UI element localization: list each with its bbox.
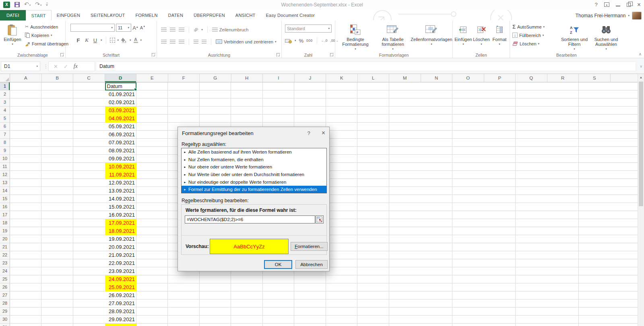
rule-type-item[interactable]: ► Nur Werte über oder unter dem Durchsch… — [182, 171, 326, 178]
cell[interactable]: 12.09.2021 — [105, 179, 137, 187]
save-icon[interactable] — [14, 2, 20, 7]
row-header[interactable]: 28 — [0, 299, 10, 308]
cell[interactable]: 16.09.2021 — [105, 211, 137, 219]
row-header[interactable]: 21 — [0, 243, 10, 251]
cut-button[interactable]: ✂ Ausschneiden — [25, 23, 68, 31]
row-header[interactable]: 3 — [0, 98, 10, 107]
collapse-ribbon-icon[interactable]: ∧ — [639, 52, 642, 56]
cell[interactable]: 18.09.2021 — [105, 227, 137, 235]
insert-function-icon[interactable]: fx — [74, 63, 78, 70]
cell[interactable]: 13.09.2021 — [105, 187, 137, 195]
decrease-font-icon[interactable]: A▼ — [140, 25, 146, 30]
font-dialog-launcher-icon[interactable] — [152, 53, 155, 57]
ribbon-tab[interactable]: DATEN — [163, 10, 188, 21]
row-header[interactable]: 15 — [0, 195, 10, 203]
cell[interactable]: 09.09.2021 — [105, 155, 137, 163]
rule-type-item[interactable]: ► Nur obere oder untere Werte formatiere… — [182, 163, 326, 171]
formula-input[interactable]: Datum — [96, 62, 636, 71]
row-header[interactable]: 6 — [0, 123, 10, 131]
row-header[interactable]: 9 — [0, 147, 10, 155]
rule-type-item[interactable]: ► Formel zur Ermittlung der zu formatier… — [182, 186, 326, 193]
row-header[interactable]: 24 — [0, 267, 10, 275]
row-header[interactable]: 30 — [0, 316, 10, 324]
borders-icon[interactable] — [110, 38, 115, 43]
align-middle-icon[interactable] — [170, 28, 175, 31]
column-header[interactable]: L — [358, 74, 390, 82]
column-header[interactable]: S — [579, 74, 611, 82]
cell[interactable]: 23.09.2021 — [105, 267, 137, 275]
user-name[interactable]: Thomas Frei-Herrmann — [576, 13, 626, 18]
range-selector-button[interactable] — [316, 215, 324, 223]
insert-cells-button[interactable]: Einfügen ▾ — [454, 22, 473, 47]
percent-icon[interactable]: % — [299, 38, 304, 44]
cell[interactable]: 15.09.2021 — [105, 203, 137, 211]
accounting-format-icon[interactable] — [285, 38, 292, 43]
rule-formula-input[interactable]: =WOCHENTAG($D2;2)>=6 — [185, 215, 315, 223]
tab-datei[interactable]: DATEI — [0, 10, 26, 21]
cell[interactable]: 07.09.2021 — [105, 139, 137, 147]
row-header[interactable]: 7 — [0, 131, 10, 139]
row-header[interactable]: 23 — [0, 259, 10, 267]
row-header[interactable]: 25 — [0, 275, 10, 283]
ribbon-tab[interactable]: ÜBERPRÜFEN — [188, 10, 230, 21]
cell[interactable]: 03.09.2021 — [105, 107, 137, 115]
ribbon-tab[interactable]: FORMELN — [130, 10, 163, 21]
column-header[interactable]: C — [73, 74, 105, 82]
ribbon-tab[interactable]: Easy Document Creator — [261, 10, 320, 21]
number-dialog-launcher-icon[interactable] — [330, 53, 334, 57]
font-size-combo[interactable]: 11 ▾ — [116, 24, 131, 32]
cell[interactable]: 20.09.2021 — [105, 243, 137, 251]
row-header[interactable]: 26 — [0, 283, 10, 291]
clipboard-dialog-launcher-icon[interactable] — [60, 53, 64, 57]
delete-cells-button[interactable]: Löschen ▾ — [473, 22, 490, 47]
row-header[interactable]: 29 — [0, 308, 10, 316]
column-header[interactable]: P — [484, 74, 516, 82]
cell[interactable]: 22.09.2021 — [105, 259, 137, 267]
confirm-entry-icon[interactable]: ✓ — [64, 64, 68, 70]
cell[interactable]: 29.09.2021 — [105, 316, 137, 324]
column-header[interactable]: A — [10, 74, 42, 82]
font-name-combo[interactable]: ▾ — [70, 24, 115, 32]
name-box[interactable]: D1 ▾ — [1, 62, 40, 71]
row-header[interactable]: 14 — [0, 187, 10, 195]
dialog-help-icon[interactable]: ? — [307, 130, 310, 136]
paste-button[interactable]: Einfügen ▾ — [2, 22, 23, 47]
name-box-chevron-icon[interactable]: ▾ — [36, 65, 40, 68]
column-header[interactable]: R — [547, 74, 579, 82]
align-top-icon[interactable] — [161, 28, 167, 31]
row-header[interactable]: 16 — [0, 203, 10, 211]
scroll-up-icon[interactable]: ▲ — [638, 74, 644, 81]
scrollbar-thumb[interactable] — [639, 82, 643, 206]
rule-type-item[interactable]: ► Nur Zellen formatieren, die enthalten — [182, 156, 326, 164]
merge-center-button[interactable]: ↔ Verbinden und zentrieren ▾ — [216, 37, 276, 46]
align-center-icon[interactable] — [170, 40, 175, 43]
alignment-dialog-launcher-icon[interactable] — [277, 53, 280, 57]
wrap-text-button[interactable]: Zeilenumbruch — [212, 25, 249, 34]
cell[interactable]: 05.09.2021 — [105, 123, 137, 131]
increase-indent-icon[interactable] — [202, 40, 206, 43]
cell[interactable]: 27.09.2021 — [105, 299, 137, 308]
cancel-entry-icon[interactable]: ✕ — [54, 64, 58, 70]
row-header[interactable]: 2 — [0, 90, 10, 98]
cell[interactable] — [105, 324, 137, 326]
row-header[interactable]: 10 — [0, 155, 10, 163]
row-header[interactable]: 5 — [0, 115, 10, 123]
font-color-chevron-icon[interactable]: ▾ — [140, 39, 142, 42]
number-format-combo[interactable]: Standard ▾ — [285, 25, 332, 33]
close-icon[interactable]: × — [637, 2, 641, 8]
cell[interactable]: Datum — [105, 82, 137, 90]
rule-type-item[interactable]: ► Alle Zellen basierend auf ihren Werten… — [182, 148, 326, 156]
expand-formula-bar-icon[interactable]: ∨ — [640, 64, 642, 68]
column-header[interactable]: I — [263, 74, 295, 82]
cell[interactable]: 06.09.2021 — [105, 131, 137, 139]
column-header[interactable]: Q — [516, 74, 547, 82]
format-painter-button[interactable]: Format übertragen — [25, 39, 68, 48]
ribbon-tab[interactable]: ANSICHT — [230, 10, 261, 21]
column-header[interactable]: J — [295, 74, 326, 82]
cell-styles-button[interactable]: Zellenformatvorlagen ▾ — [411, 22, 452, 47]
row-header[interactable]: 4 — [0, 107, 10, 115]
fill-color-icon[interactable] — [121, 37, 127, 43]
cell[interactable]: 21.09.2021 — [105, 251, 137, 259]
undo-icon[interactable]: ↶▾ — [24, 1, 31, 8]
column-header[interactable]: D — [105, 74, 137, 82]
